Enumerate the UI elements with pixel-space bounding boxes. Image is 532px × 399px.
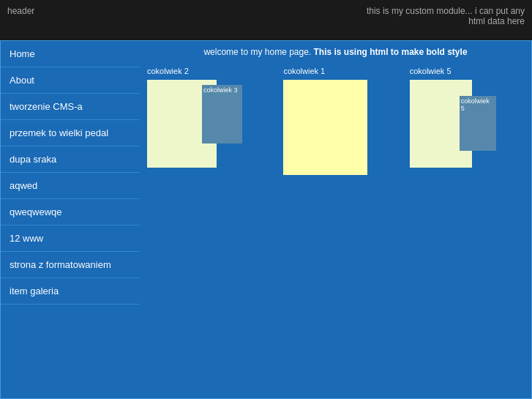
sidebar-item-qweq[interactable]: qweqwewqe: [1, 199, 140, 225]
gallery-card-small-1[interactable]: cokolwiek 3: [202, 85, 242, 143]
main-layout: Home About tworzenie CMS-a przemek to wi…: [0, 40, 532, 399]
header: header this is my custom module... i can…: [0, 0, 532, 40]
gallery-label-1: cokolwiek 2: [147, 67, 247, 75]
sidebar: Home About tworzenie CMS-a przemek to wi…: [1, 41, 140, 398]
sidebar-item-aqwed[interactable]: aqwed: [1, 173, 140, 199]
sidebar-item-tworzenie[interactable]: tworzenie CMS-a: [1, 94, 140, 120]
sidebar-item-12www[interactable]: 12 www: [1, 225, 140, 252]
sidebar-item-galeria[interactable]: item galeria: [1, 278, 140, 305]
content-area: welcome to my home page. This is using h…: [140, 41, 531, 398]
gallery-group-1: cokolwiek 2 cokolwiek 3: [147, 67, 247, 184]
gallery-group-2: cokolwiek 1: [283, 67, 372, 184]
gallery-card-small-3[interactable]: cokolwiek 5: [460, 96, 496, 151]
sidebar-item-dupa[interactable]: dupa sraka: [1, 146, 140, 173]
header-left-text: header: [7, 6, 34, 16]
gallery-group-3: cokolwiek 5 cokolwiek 5: [410, 67, 509, 184]
header-right-text: this is my custom module... i can put an…: [364, 6, 525, 26]
welcome-text-bold: This is using html to make bold style: [314, 47, 468, 57]
gallery-label-3: cokolwiek 5: [410, 67, 509, 75]
gallery-card-yellow[interactable]: [283, 80, 367, 175]
welcome-bar: welcome to my home page. This is using h…: [147, 47, 524, 57]
sidebar-item-about[interactable]: About: [1, 67, 140, 94]
sidebar-item-strona[interactable]: strona z formatowaniem: [1, 252, 140, 278]
welcome-text-normal: welcome to my home page.: [203, 47, 313, 57]
gallery-container: cokolwiek 2 cokolwiek 3 cokolwiek 1 coko…: [147, 63, 524, 184]
gallery-label-2: cokolwiek 1: [283, 67, 372, 75]
sidebar-item-home[interactable]: Home: [1, 41, 140, 67]
sidebar-item-przemek[interactable]: przemek to wielki pedal: [1, 120, 140, 146]
